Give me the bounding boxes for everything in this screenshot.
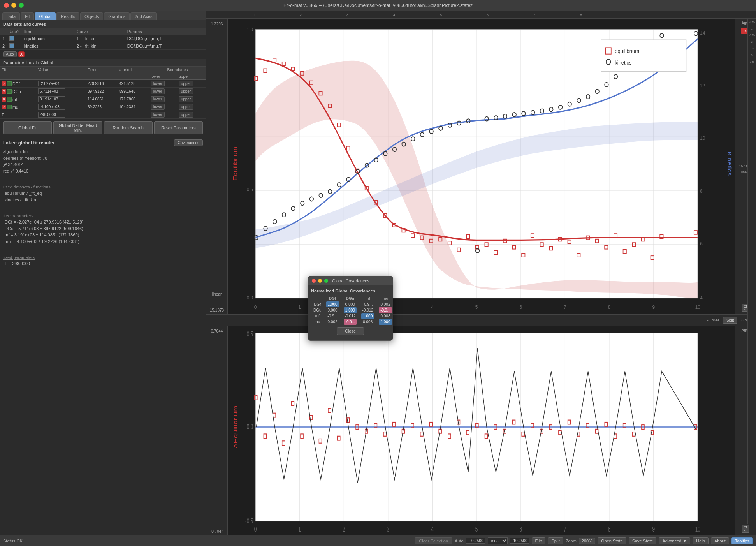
param-x-mu[interactable]: ✕	[2, 105, 6, 109]
svg-text:8: 8	[608, 304, 611, 310]
boundary-lower-mf[interactable]: lower	[151, 96, 165, 102]
boundary-lower-t[interactable]: lower	[151, 112, 165, 118]
clear-selection-button[interactable]: Clear Selection	[415, 537, 452, 544]
right-panel: 1 2 3 4 5 6 7 8 1.2293 linear 15.1873	[206, 11, 756, 535]
split-control: -0.7044 Split 0.7044	[206, 314, 756, 326]
use-checkbox-1[interactable]	[7, 35, 22, 42]
table-row: 2 kinetics 2 - _fit_kin DGf,DGu,mf,mu,T	[0, 42, 206, 50]
param-check-mu[interactable]	[7, 105, 12, 109]
reset-params-button[interactable]: Reset Parameters	[154, 121, 203, 134]
svg-text:8: 8	[608, 525, 611, 533]
param-fit-mu[interactable]: ✕ mu	[0, 103, 37, 111]
linear-select[interactable]: linear	[488, 537, 508, 544]
tab-fit[interactable]: Fit	[21, 12, 34, 20]
lower-left-panel: 0.7044 -0.7044	[206, 326, 228, 535]
fixed-params-label[interactable]: fixed parameters	[3, 254, 203, 261]
auto-label-bottom: Auto	[455, 539, 464, 543]
used-datasets-label[interactable]: used datasets / functions	[3, 184, 203, 190]
svg-text:ΔEquilibrium: ΔEquilibrium	[232, 405, 238, 449]
param-apriori-dgf: 421.5128	[118, 80, 149, 88]
about-button[interactable]: About	[711, 537, 729, 544]
tab-2nd-axes[interactable]: 2nd Axes	[130, 12, 156, 20]
split-bottom-button[interactable]: Split	[548, 537, 563, 544]
svg-text:0.5: 0.5	[247, 330, 253, 338]
x-button[interactable]: X	[18, 51, 25, 57]
param-value-dgf[interactable]	[37, 80, 86, 88]
flip-button-lower[interactable]: Flip	[742, 525, 749, 533]
tab-global[interactable]: Global	[35, 12, 56, 20]
param-value-mu[interactable]	[37, 103, 86, 111]
cov-val-mf-mf: 1.000	[361, 313, 374, 319]
svg-text:0.5: 0.5	[247, 186, 253, 192]
svg-text:1: 1	[298, 304, 301, 310]
tab-objects[interactable]: Objects	[80, 12, 103, 20]
param-fit-dgu[interactable]: ✕ DGu	[0, 88, 37, 95]
curve-1: 1 - _fit_eq	[74, 35, 125, 42]
param-value-t[interactable]	[37, 111, 86, 119]
param-check-mf[interactable]	[7, 97, 12, 102]
maximize-button[interactable]	[19, 3, 24, 8]
boundary-lower-dgu[interactable]: lower	[151, 88, 165, 94]
fixed-param-1: T = 298.0000	[3, 261, 203, 267]
free-param-2: DGu = 5.711e+03 ± 397.9122 (599.1646)	[3, 225, 203, 232]
param-fit-mf[interactable]: ✕ mf	[0, 95, 37, 103]
param-check-dgf[interactable]	[7, 81, 12, 86]
split-button[interactable]: Split	[723, 317, 737, 324]
dataset-used-1: equilibrium / _fit_eq	[3, 190, 203, 197]
tab-graphics[interactable]: Graphics	[104, 12, 130, 20]
value2-input[interactable]	[510, 538, 529, 544]
cov-col-dgu: DGu	[341, 296, 359, 301]
boundary-lower-mu[interactable]: lower	[151, 104, 165, 110]
boundary-upper-dgu[interactable]: upper	[179, 88, 193, 94]
advanced-button[interactable]: Advanced ▼	[659, 537, 690, 544]
cov-val-mf-dgu: -0.012	[341, 313, 359, 319]
param-x-dgu[interactable]: ✕	[2, 89, 6, 94]
param-value-dgu[interactable]	[37, 88, 86, 95]
svg-text:0.0: 0.0	[247, 295, 253, 301]
red-chi2-text: red.χ² 0.4410	[3, 168, 203, 174]
covariances-button[interactable]: Covariances	[174, 139, 203, 146]
random-search-button[interactable]: Random Search	[104, 121, 153, 134]
value1-input[interactable]	[466, 538, 485, 544]
param-fit-dgf[interactable]: ✕ DGf	[0, 80, 37, 88]
boundary-upper-t[interactable]: upper	[179, 112, 193, 118]
minimize-button[interactable]	[11, 3, 16, 8]
modal-min-btn[interactable]	[318, 279, 322, 283]
boundary-upper-dgf[interactable]: upper	[177, 80, 206, 88]
help-button[interactable]: Help	[693, 537, 709, 544]
cov-val-mf-dgf: -0.9...	[324, 313, 341, 319]
modal-close-button[interactable]: Close	[337, 327, 364, 335]
close-button[interactable]	[4, 3, 9, 8]
save-state-button[interactable]: Save State	[629, 537, 657, 544]
flip-bottom-button[interactable]: Flip	[532, 537, 546, 544]
global-link[interactable]: Global	[40, 60, 53, 65]
modal-max-btn[interactable]	[324, 279, 328, 283]
param-apriori-t: --	[118, 111, 149, 119]
param-x-mf[interactable]: ✕	[2, 97, 6, 102]
tab-data[interactable]: Data	[2, 12, 20, 20]
zoom-value: 200%	[579, 538, 595, 544]
tooltips-button[interactable]: Tooltips	[731, 537, 753, 544]
open-state-button[interactable]: Open State	[598, 537, 626, 544]
free-params-label[interactable]: free parameters	[3, 213, 203, 219]
param-col-value: Value	[37, 67, 86, 73]
param-check-dgu[interactable]	[7, 89, 12, 94]
param-row-dgf: ✕ DGf 279.9316 421.5128 lower upper	[0, 80, 206, 88]
boundary-lower-dgf[interactable]: lower	[149, 80, 177, 88]
use-checkbox-2[interactable]	[7, 42, 22, 50]
global-fit-button[interactable]: Global Fit	[3, 121, 52, 134]
status-text: Status OK	[3, 539, 411, 543]
nelder-mead-button[interactable]: Global Nelder-Mead Min.	[53, 121, 102, 134]
modal-close-btn[interactable]	[312, 279, 316, 283]
param-col-error: Error	[86, 67, 118, 73]
auto-button[interactable]: Auto	[3, 51, 17, 57]
svg-text:7: 7	[533, 13, 535, 17]
svg-text:3: 3	[387, 525, 390, 533]
tab-results[interactable]: Results	[56, 12, 79, 20]
boundary-upper-mf[interactable]: upper	[179, 96, 193, 102]
param-x-dgf[interactable]: ✕	[2, 81, 6, 86]
row-num: 2	[0, 42, 7, 50]
param-value-mf[interactable]	[37, 95, 86, 103]
boundary-upper-mu[interactable]: upper	[179, 104, 193, 110]
window-controls[interactable]	[4, 3, 24, 8]
